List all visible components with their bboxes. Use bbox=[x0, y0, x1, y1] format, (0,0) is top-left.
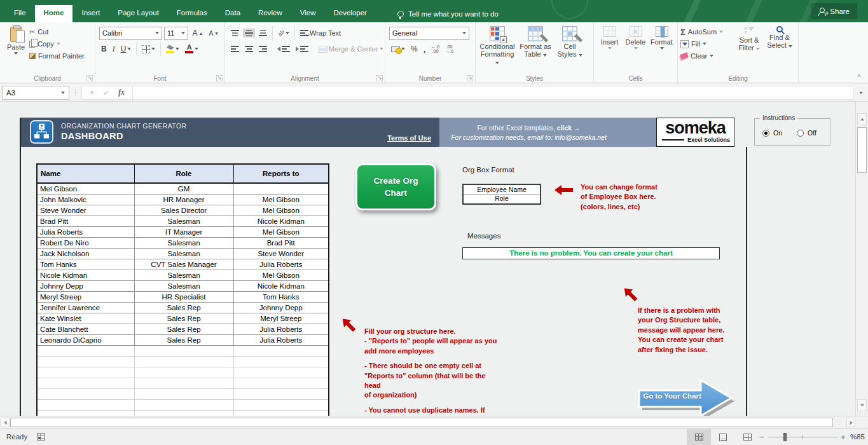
terms-of-use-link[interactable]: Terms of Use bbox=[387, 134, 431, 142]
table-cell[interactable] bbox=[233, 345, 329, 356]
horizontal-scrollbar[interactable] bbox=[0, 416, 868, 428]
table-cell[interactable] bbox=[233, 378, 329, 388]
delete-cells-button[interactable]: × Delete bbox=[623, 24, 649, 73]
horizontal-scroll-thumb[interactable] bbox=[10, 418, 833, 427]
paste-button[interactable]: Paste bbox=[3, 24, 29, 61]
table-row[interactable]: Julia RobertsIT ManagerMel Gibson bbox=[37, 226, 329, 237]
table-cell[interactable]: Leonardo DiCaprio bbox=[37, 334, 134, 345]
collapse-ribbon-button[interactable]: ^ bbox=[857, 74, 860, 81]
tab-review[interactable]: Review bbox=[249, 5, 291, 22]
table-cell[interactable] bbox=[233, 388, 329, 399]
cut-button[interactable]: ✂ Cut bbox=[29, 27, 85, 37]
font-color-button[interactable]: A bbox=[183, 43, 200, 55]
table-cell[interactable]: IT Manager bbox=[134, 226, 233, 237]
accounting-format-button[interactable] bbox=[389, 45, 407, 53]
scroll-up-button[interactable] bbox=[857, 113, 867, 125]
align-middle-button[interactable] bbox=[243, 29, 255, 38]
align-center-button[interactable] bbox=[243, 44, 255, 53]
table-row[interactable]: Nicole KidmanSalesmanMel Gibson bbox=[37, 270, 329, 280]
table-cell[interactable]: Jennifer Lawrence bbox=[37, 302, 134, 313]
empty-table-row[interactable] bbox=[37, 399, 329, 410]
table-cell[interactable]: Sales Rep bbox=[134, 313, 233, 324]
autosum-button[interactable]: Σ AutoSum bbox=[680, 27, 734, 37]
zoom-slider-track[interactable] bbox=[768, 437, 837, 437]
table-cell[interactable]: Nicole Kidman bbox=[37, 270, 134, 280]
increase-font-button[interactable]: A▲ bbox=[190, 27, 205, 39]
vertical-scrollbar[interactable] bbox=[855, 102, 868, 416]
insert-function-button[interactable]: fx bbox=[118, 88, 125, 97]
table-row[interactable]: Mel GibsonGM bbox=[37, 183, 329, 194]
table-cell[interactable]: Johnny Depp bbox=[233, 302, 329, 313]
table-cell[interactable] bbox=[37, 378, 134, 388]
table-cell[interactable] bbox=[233, 410, 329, 416]
align-left-button[interactable] bbox=[229, 44, 241, 53]
table-row[interactable]: Meryl StreepHR SpecialistTom Hanks bbox=[37, 291, 329, 302]
table-row[interactable]: Johnny DeppSalesmanNicole Kidman bbox=[37, 280, 329, 291]
comma-style-button[interactable]: , bbox=[422, 43, 428, 55]
increase-indent-button[interactable] bbox=[294, 44, 310, 53]
font-name-combo[interactable]: Calibri bbox=[99, 27, 162, 40]
cell-styles-button[interactable]: CellStyles bbox=[555, 24, 585, 73]
table-cell[interactable]: Tom Hanks bbox=[233, 291, 329, 302]
table-cell[interactable]: Julia Roberts bbox=[37, 226, 134, 237]
table-cell[interactable]: Mel Gibson bbox=[233, 194, 329, 205]
format-painter-button[interactable]: Format Painter bbox=[29, 51, 85, 61]
table-cell[interactable] bbox=[134, 345, 233, 356]
table-cell[interactable]: Mel Gibson bbox=[233, 226, 329, 237]
table-row[interactable]: Steve WonderSales DirectorMel Gibson bbox=[37, 205, 329, 216]
table-row[interactable]: Jennifer LawrenceSales RepJohnny Depp bbox=[37, 302, 329, 313]
table-cell[interactable] bbox=[233, 183, 329, 194]
table-cell[interactable]: Salesman bbox=[134, 270, 233, 280]
table-row[interactable]: Kate WinsletSales RepMeryl Streep bbox=[37, 313, 329, 324]
table-cell[interactable]: Salesman bbox=[134, 280, 233, 291]
expand-formula-bar-button[interactable] bbox=[854, 90, 868, 96]
tab-view[interactable]: View bbox=[291, 5, 325, 22]
fill-color-button[interactable] bbox=[164, 44, 181, 55]
table-cell[interactable] bbox=[37, 399, 134, 410]
table-cell[interactable]: Nicole Kidman bbox=[233, 216, 329, 226]
table-cell[interactable]: Jack Nicholson bbox=[37, 248, 134, 259]
someka-logo[interactable]: someka Excel Solutions bbox=[656, 118, 734, 147]
table-cell[interactable] bbox=[233, 356, 329, 367]
format-as-table-button[interactable]: Format asTable bbox=[516, 24, 555, 73]
column-header-reports-to[interactable]: Reports to bbox=[233, 164, 329, 183]
table-row[interactable]: Cate BlanchettSales RepJulia Roberts bbox=[37, 324, 329, 334]
table-cell[interactable] bbox=[134, 367, 233, 378]
zoom-level[interactable]: %85 bbox=[850, 433, 865, 441]
decrease-decimal-button[interactable]: .00→.0 bbox=[443, 43, 455, 55]
table-cell[interactable] bbox=[37, 410, 134, 416]
table-row[interactable]: Leonardo DiCaprioSales RepJulia Roberts bbox=[37, 334, 329, 345]
worksheet[interactable]: ORGANIZATION CHART GENERATOR DASHBOARD T… bbox=[0, 102, 855, 416]
table-cell[interactable]: Brad Pitt bbox=[37, 216, 134, 226]
clear-button[interactable]: Clear bbox=[680, 51, 734, 61]
table-cell[interactable]: Salesman bbox=[134, 248, 233, 259]
align-right-button[interactable] bbox=[257, 44, 269, 53]
table-cell[interactable]: Julia Roberts bbox=[233, 259, 329, 270]
table-row[interactable]: Robert De NiroSalesmanBrad Pitt bbox=[37, 237, 329, 248]
normal-view-button[interactable] bbox=[687, 429, 711, 445]
table-cell[interactable]: Cate Blanchett bbox=[37, 324, 134, 334]
italic-button[interactable]: I bbox=[111, 43, 117, 55]
table-row[interactable]: John MalkovicHR ManagerMel Gibson bbox=[37, 194, 329, 205]
page-break-view-button[interactable] bbox=[735, 429, 759, 445]
table-cell[interactable]: Mel Gibson bbox=[233, 205, 329, 216]
conditional-formatting-button[interactable]: ≠ ConditionalFormatting bbox=[478, 24, 516, 73]
create-org-chart-button[interactable]: Create Org Chart bbox=[355, 163, 436, 210]
go-to-chart-button[interactable]: Go to Your Chart bbox=[634, 377, 737, 416]
font-size-combo[interactable]: 11 bbox=[164, 27, 188, 40]
tab-home[interactable]: Home bbox=[35, 5, 73, 22]
empty-table-row[interactable] bbox=[37, 378, 329, 388]
scroll-left-button[interactable] bbox=[1, 418, 10, 427]
merge-center-button[interactable]: Merge & Center bbox=[317, 44, 385, 54]
table-cell[interactable]: Steve Wonder bbox=[37, 205, 134, 216]
table-cell[interactable] bbox=[233, 367, 329, 378]
table-cell[interactable] bbox=[37, 388, 134, 399]
table-cell[interactable]: Nicole Kidman bbox=[233, 280, 329, 291]
table-cell[interactable]: Meryl Streep bbox=[37, 291, 134, 302]
sort-filter-button[interactable]: AZ Sort &Filter bbox=[734, 24, 764, 73]
instructions-on-radio[interactable] bbox=[762, 130, 769, 137]
scroll-down-button[interactable] bbox=[857, 399, 867, 411]
formula-bar-grip[interactable]: ⋮ bbox=[72, 88, 79, 97]
share-button[interactable]: + Share bbox=[811, 3, 857, 19]
bold-button[interactable]: B bbox=[99, 43, 109, 55]
